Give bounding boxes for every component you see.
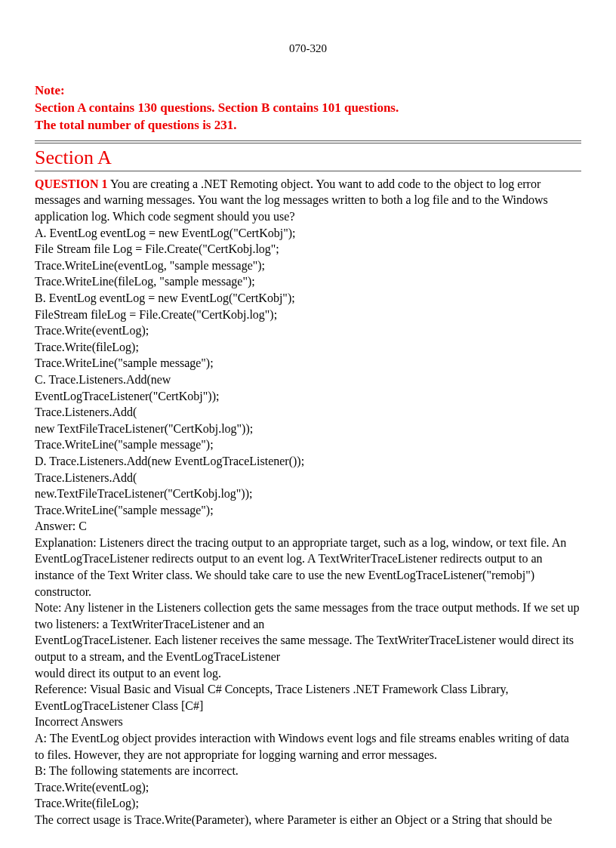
question-label: QUESTION 1 [35,177,107,190]
answer-line: Answer: C [35,520,87,532]
option-b-line3: Trace.Write(eventLog); [35,324,149,337]
explanation-para3: EventLogTraceListener. Each listener rec… [35,634,574,663]
explanation-para2: Note: Any listener in the Listeners coll… [35,601,580,631]
incorrect-b-line3: Trace.Write(fileLog); [35,797,139,809]
option-b-line2: FileStream fileLog = File.Create("CertKo… [35,308,277,321]
section-title: Section A [35,146,581,169]
incorrect-a: A: The EventLog object provides interact… [35,732,569,761]
question-body: QUESTION 1 You are creating a .NET Remot… [35,176,581,828]
option-b-line4: Trace.Write(fileLog); [35,341,139,353]
option-d-line2: Trace.Listeners.Add( [35,471,137,484]
incorrect-b-line2: Trace.Write(eventLog); [35,781,149,794]
option-c-line5: Trace.WriteLine("sample message"); [35,438,214,451]
page-header-code: 070-320 [35,42,581,55]
option-a-line2: File Stream file Log = File.Create("Cert… [35,242,279,255]
option-d-line1: D. Trace.Listeners.Add(new EventLogTrace… [35,455,304,467]
divider-top [35,140,581,143]
page: 070-320 Note: Section A contains 130 que… [0,0,616,848]
option-b-line1: B. EventLog eventLog = new EventLog("Cer… [35,291,295,304]
question-prompt: You are creating a .NET Remoting object.… [35,177,548,223]
incorrect-heading: Incorrect Answers [35,715,123,728]
option-a-line4: Trace.WriteLine(fileLog, "sample message… [35,275,255,288]
divider-under-section [35,171,581,171]
option-c-line4: new TextFileTraceListener("CertKobj.log"… [35,422,253,435]
note-line-3: The total number of questions is 231. [35,117,581,134]
option-d-line4: Trace.WriteLine("sample message"); [35,504,214,517]
reference-line: Reference: Visual Basic and Visual C# Co… [35,683,509,712]
incorrect-b-line4: The correct usage is Trace.Write(Paramet… [35,813,552,826]
option-a-line1: A. EventLog eventLog = new EventLog("Cer… [35,227,296,239]
explanation-para1: Explanation: Listeners direct the tracin… [35,536,566,598]
option-a-line3: Trace.WriteLine(eventLog, "sample messag… [35,259,265,272]
option-c-line1: C. Trace.Listeners.Add(new [35,373,171,386]
incorrect-b-line1: B: The following statements are incorrec… [35,764,239,777]
note-block: Note: Section A contains 130 questions. … [35,82,581,134]
option-d-line3: new.TextFileTraceListener("CertKobj.log"… [35,487,252,500]
option-c-line2: EventLogTraceListener("CertKobj")); [35,390,219,402]
option-c-line3: Trace.Listeners.Add( [35,405,137,418]
option-b-line5: Trace.WriteLine("sample message"); [35,356,214,369]
explanation-para4: would direct its output to an event log. [35,667,221,680]
note-line-2: Section A contains 130 questions. Sectio… [35,100,581,117]
note-line-1: Note: [35,82,581,100]
